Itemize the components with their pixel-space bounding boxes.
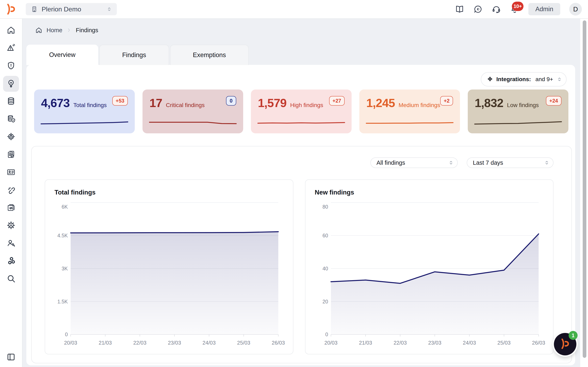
stat-card-high-findings[interactable]: 1,579 High findings +27 bbox=[251, 90, 352, 133]
plerion-logo-icon bbox=[4, 3, 17, 16]
svg-text:80: 80 bbox=[322, 204, 328, 210]
chart-card-new-findings: New findings 80604020020/0321/0322/0323/… bbox=[305, 179, 554, 354]
date-range-select[interactable]: Last 7 days bbox=[467, 157, 553, 168]
stat-value: 4,673 bbox=[41, 96, 70, 110]
stat-value: 1,245 bbox=[366, 96, 395, 110]
findings-icon bbox=[6, 79, 16, 89]
sidebar-item-vulnerabilities[interactable] bbox=[3, 129, 19, 145]
svg-text:0: 0 bbox=[325, 332, 328, 337]
svg-text:20/03: 20/03 bbox=[64, 340, 77, 346]
tab-overview[interactable]: Overview bbox=[26, 45, 98, 65]
admin-button[interactable]: Admin bbox=[528, 3, 560, 15]
notification-badge: 10+ bbox=[512, 2, 523, 11]
access-icon bbox=[6, 238, 16, 249]
puzzle-icon bbox=[486, 76, 493, 83]
sparkline bbox=[366, 118, 453, 127]
svg-text:3K: 3K bbox=[62, 266, 68, 271]
svg-text:20: 20 bbox=[322, 299, 328, 304]
chevron-updown-icon bbox=[544, 160, 550, 166]
sidebar-item-findings[interactable] bbox=[3, 76, 19, 92]
building-icon bbox=[31, 6, 38, 13]
sidebar-item-home[interactable] bbox=[3, 23, 19, 39]
home-icon bbox=[6, 25, 16, 36]
collapse-sidebar-icon[interactable] bbox=[6, 352, 16, 362]
svg-text:60: 60 bbox=[322, 233, 328, 238]
svg-text:22/03: 22/03 bbox=[133, 340, 146, 346]
svg-text:26/03: 26/03 bbox=[272, 340, 285, 346]
main-content: Home Findings OverviewFindingsExemptions… bbox=[22, 19, 588, 367]
sidebar-item-shield[interactable] bbox=[3, 58, 19, 74]
integrations-label: Integrations: bbox=[496, 76, 531, 83]
svg-text:26/03: 26/03 bbox=[532, 340, 545, 346]
svg-text:6K: 6K bbox=[62, 204, 68, 210]
docs-book-icon[interactable] bbox=[455, 4, 464, 14]
org-name: Plerion Demo bbox=[42, 6, 103, 13]
shield-icon bbox=[6, 61, 16, 71]
sidebar-item-search[interactable] bbox=[3, 271, 19, 287]
stat-card-low-findings[interactable]: 1,832 Low findings +24 bbox=[468, 90, 568, 133]
stat-delta-badge: +53 bbox=[112, 96, 128, 106]
stat-card-critical-findings[interactable]: 17 Critical findings 0 bbox=[143, 90, 243, 133]
stat-card-medium-findings[interactable]: 1,245 Medium findings +2 bbox=[359, 90, 460, 133]
support-headset-icon[interactable] bbox=[492, 4, 501, 14]
chevron-updown-icon bbox=[448, 160, 454, 166]
stat-value: 1,832 bbox=[475, 96, 503, 110]
stat-label: Low findings bbox=[507, 102, 539, 108]
svg-text:0: 0 bbox=[65, 332, 68, 337]
svg-text:23/03: 23/03 bbox=[168, 340, 181, 346]
chart-plot: 6K4.5K3K1.5K020/0321/0322/0323/0324/0325… bbox=[45, 180, 293, 354]
sidebar-item-compliance[interactable] bbox=[3, 147, 19, 163]
sidebar-item-automation[interactable] bbox=[3, 218, 19, 234]
sidebar-item-identity[interactable] bbox=[3, 165, 19, 180]
findings-scope-select[interactable]: All findings bbox=[370, 157, 458, 168]
sidebar-item-attack-path[interactable] bbox=[3, 182, 19, 198]
breadcrumb-current: Findings bbox=[76, 27, 98, 34]
sidebar-item-iac[interactable] bbox=[3, 200, 19, 216]
svg-text:1.5K: 1.5K bbox=[57, 299, 68, 304]
svg-text:24/03: 24/03 bbox=[463, 340, 476, 346]
stat-delta-badge: +24 bbox=[546, 96, 562, 106]
sidebar-item-alerts[interactable] bbox=[3, 40, 19, 56]
svg-text:25/03: 25/03 bbox=[237, 340, 250, 346]
scrollbar-track bbox=[580, 19, 588, 367]
feedback-icon[interactable] bbox=[473, 4, 483, 14]
notifications-bell-icon[interactable]: 10+ bbox=[510, 4, 519, 14]
chart-cards: Total findings 6K4.5K3K1.5K020/0321/0322… bbox=[45, 179, 553, 354]
sidebar-item-integrations[interactable] bbox=[3, 253, 19, 269]
chevron-updown-icon bbox=[556, 76, 562, 82]
overview-panel: Integrations: and 9+ value 4,673 Total f… bbox=[26, 65, 575, 365]
stat-label: Total findings bbox=[73, 102, 107, 108]
sparkline bbox=[149, 118, 237, 127]
svg-text:21/03: 21/03 bbox=[359, 340, 372, 346]
tab-strip: OverviewFindingsExemptions bbox=[26, 45, 249, 65]
topbar-actions: 10+ Admin D bbox=[455, 3, 582, 16]
sidebar bbox=[0, 19, 22, 367]
user-avatar[interactable]: D bbox=[569, 3, 582, 16]
plerion-chat-logo-icon bbox=[559, 338, 571, 350]
search-icon bbox=[6, 274, 16, 284]
svg-text:22/03: 22/03 bbox=[393, 340, 406, 346]
home-icon[interactable] bbox=[35, 26, 43, 34]
scope-value: All findings bbox=[376, 159, 405, 166]
chat-widget-button[interactable]: 1 bbox=[554, 333, 576, 355]
sparkline bbox=[474, 118, 562, 127]
compliance-icon bbox=[6, 150, 16, 160]
charts-section: All findings Last 7 days Total findings … bbox=[31, 146, 572, 363]
vulnerabilities-icon bbox=[6, 132, 16, 142]
chevron-right-icon bbox=[66, 27, 72, 33]
breadcrumb-home[interactable]: Home bbox=[47, 27, 62, 34]
sparkline bbox=[258, 118, 345, 127]
sidebar-item-data-security[interactable] bbox=[3, 111, 19, 127]
tab-findings[interactable]: Findings bbox=[99, 45, 169, 65]
org-selector[interactable]: Plerion Demo bbox=[26, 3, 117, 15]
sidebar-nav bbox=[0, 19, 22, 287]
svg-text:24/03: 24/03 bbox=[203, 340, 216, 346]
integrations-value: and 9+ value bbox=[536, 76, 553, 83]
integrations-filter[interactable]: Integrations: and 9+ value bbox=[481, 72, 567, 86]
scrollbar-thumb[interactable] bbox=[583, 20, 586, 358]
sidebar-item-access[interactable] bbox=[3, 235, 19, 251]
sidebar-item-inventory[interactable] bbox=[3, 94, 19, 109]
tab-exemptions[interactable]: Exemptions bbox=[170, 45, 249, 65]
stat-label: Medium findings bbox=[398, 102, 440, 108]
stat-card-total-findings[interactable]: 4,673 Total findings +53 bbox=[34, 90, 135, 133]
